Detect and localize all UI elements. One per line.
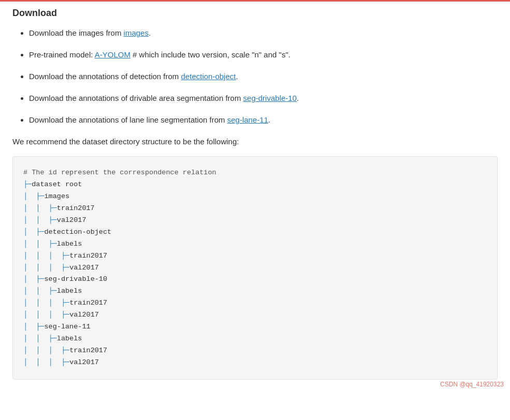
seg-drivable-link[interactable]: seg-drivable-10 (243, 94, 297, 102)
list-item-lane: Download the annotations of lane line se… (29, 114, 498, 126)
images-link[interactable]: images (124, 28, 149, 37)
detection-object-link[interactable]: detection-object (181, 72, 236, 81)
section-title: Download (12, 8, 498, 19)
code-block: # The id represent the correspondence re… (12, 156, 498, 380)
code-line-1: │ ├─images (23, 191, 487, 203)
code-line-8: │ ├─seg-drivable-10 (23, 274, 487, 286)
pipe-10: │ │ │ (23, 311, 61, 319)
code-line-4: │ ├─detection-object (23, 227, 487, 238)
code-line-10: │ │ │ ├─train2017 (23, 297, 487, 309)
bullet-text-after-3: . (297, 94, 299, 102)
code-line-0: ├─dataset root (23, 179, 487, 191)
pipe-13: │ │ │ (23, 347, 61, 354)
code-line-13: │ │ ├─labels (23, 333, 487, 345)
page-container: Download Download the images from images… (0, 0, 510, 392)
code-comment: # The id represent the correspondence re… (23, 167, 487, 179)
code-line-3: │ │ ├─val2017 (23, 215, 487, 227)
code-line-14: │ │ │ ├─train2017 (23, 345, 487, 357)
pipe-2: │ │ (23, 216, 49, 224)
pipe-5: │ │ │ (23, 252, 61, 260)
bullet-list: Download the images from images. Pre-tra… (12, 27, 498, 126)
bullet-text-after-4: . (268, 115, 270, 124)
bullet-text-after-1: # which include two version, scale "n" a… (130, 50, 290, 59)
list-item-detection: Download the annotations of detection fr… (29, 70, 498, 83)
seg-lane-link[interactable]: seg-lane-11 (227, 115, 268, 124)
code-line-6: │ │ │ ├─train2017 (23, 250, 487, 262)
code-line-11: │ │ │ ├─val2017 (23, 309, 487, 321)
bullet-text-after-0: . (149, 28, 151, 37)
recommend-text: We recommend the dataset directory struc… (12, 136, 498, 148)
bullet-text-after-2: . (236, 72, 238, 81)
code-line-15: │ │ │ ├─val2017 (23, 357, 487, 369)
pipe-7: │ (23, 275, 36, 283)
pipe-3: │ (23, 228, 36, 236)
bullet-text-before-4: Download the annotations of lane line se… (29, 115, 227, 124)
bullet-text-before-1: Pre-trained model: (29, 50, 95, 59)
code-line-5: │ │ ├─labels (23, 238, 487, 250)
pipe-14: │ │ │ (23, 358, 61, 366)
pipe-0: │ (23, 192, 36, 200)
pipe-9: │ │ │ (23, 299, 61, 307)
code-line-9: │ │ ├─labels (23, 286, 487, 297)
pipe-12: │ │ (23, 335, 49, 342)
watermark: CSDN @qq_41920323 (440, 381, 504, 388)
code-line-7: │ │ │ ├─val2017 (23, 262, 487, 274)
pipe-8: │ │ (23, 287, 49, 295)
list-item-drivable: Download the annotations of drivable are… (29, 92, 498, 104)
pipe-6: │ │ │ (23, 264, 61, 272)
pipe-11: │ (23, 323, 36, 331)
code-line-12: │ ├─seg-lane-11 (23, 321, 487, 333)
ayolom-link[interactable]: A-YOLOM (95, 50, 130, 59)
pipe-1: │ │ (23, 204, 49, 212)
branch-icon-0: ├─ (23, 181, 32, 188)
pipe-4: │ │ (23, 240, 49, 248)
code-line-2: │ │ ├─train2017 (23, 203, 487, 215)
list-item-pretrained: Pre-trained model: A-YOLOM # which inclu… (29, 49, 498, 61)
content-area: Download Download the images from images… (0, 2, 510, 392)
bullet-text-before-2: Download the annotations of detection fr… (29, 72, 181, 81)
bullet-text-before-0: Download the images from (29, 28, 124, 37)
list-item-images: Download the images from images. (29, 27, 498, 39)
bullet-text-before-3: Download the annotations of drivable are… (29, 94, 243, 102)
